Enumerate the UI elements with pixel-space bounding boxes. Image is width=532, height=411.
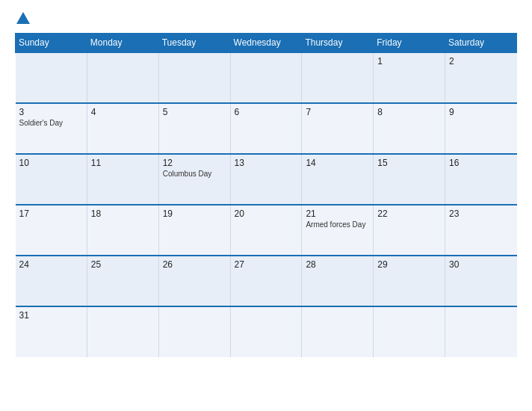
calendar-cell	[87, 306, 158, 357]
calendar-cell: 26	[158, 256, 230, 306]
day-number: 15	[377, 158, 441, 168]
calendar-cell: 11	[87, 154, 158, 205]
day-header-monday: Monday	[87, 34, 158, 53]
calendar-week-row: 31	[16, 306, 517, 357]
calendar-cell: 5	[158, 103, 230, 154]
calendar-cell: 28	[302, 256, 374, 306]
calendar-cell: 13	[230, 154, 302, 205]
day-number: 8	[377, 107, 441, 117]
holiday-label: Columbus Day	[163, 170, 226, 178]
calendar-cell: 19	[158, 205, 230, 256]
day-number: 25	[91, 259, 155, 270]
calendar-cell: 9	[445, 103, 517, 154]
day-header-saturday: Saturday	[445, 34, 517, 53]
calendar-cell: 21Armed forces Day	[302, 205, 374, 256]
calendar-cell: 2	[445, 52, 517, 103]
day-number: 1	[377, 56, 441, 67]
calendar-cell: 6	[230, 103, 302, 154]
day-number: 9	[449, 107, 513, 117]
calendar-cell: 4	[87, 103, 158, 154]
day-header-friday: Friday	[374, 34, 445, 53]
calendar-cell	[158, 306, 230, 357]
day-number: 10	[19, 158, 83, 168]
logo	[15, 13, 30, 24]
calendar-cell: 31	[16, 306, 87, 357]
calendar-week-row: 1718192021Armed forces Day2223	[16, 205, 517, 256]
day-number: 16	[449, 158, 513, 168]
day-number: 4	[91, 107, 155, 117]
day-number: 3	[19, 107, 83, 117]
calendar-cell: 7	[302, 103, 374, 154]
day-number: 5	[163, 107, 226, 117]
day-header-thursday: Thursday	[302, 34, 374, 53]
day-number: 28	[306, 259, 369, 270]
day-header-wednesday: Wednesday	[230, 34, 302, 53]
day-number: 7	[306, 107, 369, 117]
day-number: 23	[449, 208, 513, 219]
day-number: 6	[235, 107, 298, 117]
day-number: 24	[19, 259, 83, 270]
day-header-sunday: Sunday	[16, 34, 87, 53]
calendar-cell	[230, 306, 302, 357]
day-number: 26	[163, 259, 226, 270]
day-number: 22	[377, 208, 441, 219]
calendar-header	[15, 13, 517, 24]
calendar-cell: 18	[87, 205, 158, 256]
day-number: 14	[306, 158, 369, 168]
day-number: 31	[19, 310, 83, 321]
calendar-cell: 25	[87, 256, 158, 306]
calendar-header-row: SundayMondayTuesdayWednesdayThursdayFrid…	[16, 34, 517, 53]
calendar-cell: 20	[230, 205, 302, 256]
calendar-cell: 1	[374, 52, 445, 103]
holiday-label: Soldier's Day	[19, 119, 83, 127]
calendar-week-row: 3Soldier's Day456789	[16, 103, 517, 154]
day-number: 2	[449, 56, 513, 67]
day-number: 13	[235, 158, 298, 168]
day-number: 20	[235, 208, 298, 219]
day-number: 27	[235, 259, 298, 270]
calendar-cell: 22	[374, 205, 445, 256]
day-number: 17	[19, 208, 83, 219]
calendar-cell: 30	[445, 256, 517, 306]
holiday-label: Armed forces Day	[306, 220, 369, 229]
calendar-cell: 12Columbus Day	[158, 154, 230, 205]
day-number: 11	[91, 158, 155, 168]
calendar-cell: 14	[302, 154, 374, 205]
empty-cell	[16, 52, 87, 103]
calendar-week-row: 12	[16, 52, 517, 103]
calendar-week-row: 24252627282930	[16, 256, 517, 306]
calendar-cell: 15	[374, 154, 445, 205]
day-number: 19	[163, 208, 226, 219]
calendar-cell	[374, 306, 445, 357]
calendar-cell	[302, 306, 374, 357]
calendar-cell	[445, 306, 517, 357]
calendar-cell: 27	[230, 256, 302, 306]
day-number: 29	[377, 259, 441, 270]
calendar-table: SundayMondayTuesdayWednesdayThursdayFrid…	[15, 33, 517, 357]
day-number: 18	[91, 208, 155, 219]
calendar-cell: 16	[445, 154, 517, 205]
day-number: 30	[449, 259, 513, 270]
day-number: 21	[306, 208, 369, 219]
calendar-cell	[302, 52, 374, 103]
calendar-week-row: 101112Columbus Day13141516	[16, 154, 517, 205]
calendar-cell	[230, 52, 302, 103]
calendar-cell: 17	[16, 205, 87, 256]
calendar-page: SundayMondayTuesdayWednesdayThursdayFrid…	[0, 0, 532, 411]
calendar-cell	[87, 52, 158, 103]
calendar-cell: 23	[445, 205, 517, 256]
day-header-tuesday: Tuesday	[158, 34, 230, 53]
calendar-cell	[158, 52, 230, 103]
day-number: 12	[163, 158, 226, 168]
calendar-cell: 8	[374, 103, 445, 154]
logo-triangle-icon	[16, 12, 30, 24]
calendar-cell: 29	[374, 256, 445, 306]
calendar-cell: 24	[16, 256, 87, 306]
calendar-cell: 3Soldier's Day	[16, 103, 87, 154]
calendar-cell: 10	[16, 154, 87, 205]
